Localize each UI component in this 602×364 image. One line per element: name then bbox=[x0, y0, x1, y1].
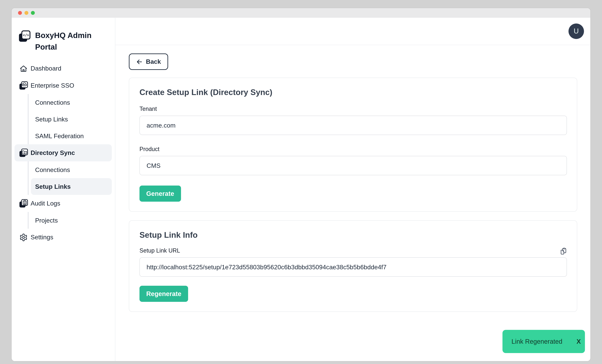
sidebar-item-label: Directory Sync bbox=[31, 149, 75, 157]
toast-close-button[interactable]: X bbox=[577, 338, 581, 345]
product-label: Product bbox=[140, 146, 567, 153]
sidebar-item-sso-setup-links[interactable]: Setup Links bbox=[29, 111, 115, 128]
app-title: BoxyHQ Admin Portal bbox=[35, 30, 97, 53]
toast-message: Link Regenerated bbox=[512, 338, 562, 345]
info-card-title: Setup Link Info bbox=[140, 230, 567, 240]
sidebar-item-label: Connections bbox=[35, 166, 70, 173]
copy-setup-link-button[interactable] bbox=[560, 248, 567, 255]
sidebar-item-label: Connections bbox=[35, 99, 70, 106]
cloud-key-keycap-icon bbox=[19, 81, 28, 90]
sidebar-item-directory-sync[interactable]: Directory Sync bbox=[14, 144, 112, 161]
product-input[interactable] bbox=[140, 156, 567, 175]
sidebar-item-label: Projects bbox=[35, 217, 58, 224]
sidebar: </> BoxyHQ Admin Portal Dashbo bbox=[11, 18, 115, 361]
toast: Link Regenerated X bbox=[503, 330, 585, 353]
sso-subnav: Connections Setup Links SAML Federation bbox=[28, 94, 115, 144]
avatar[interactable]: U bbox=[569, 23, 584, 39]
zoom-window-button[interactable] bbox=[31, 11, 35, 15]
app-window: </> BoxyHQ Admin Portal Dashbo bbox=[11, 8, 591, 361]
sidebar-item-projects[interactable]: Projects bbox=[29, 212, 115, 229]
sidebar-item-enterprise-sso[interactable]: Enterprise SSO bbox=[14, 77, 112, 94]
folder-sync-keycap-icon bbox=[19, 148, 28, 157]
sidebar-item-audit-logs[interactable]: Audit Logs bbox=[14, 195, 112, 212]
sidebar-item-label: Enterprise SSO bbox=[31, 82, 74, 89]
boxyhq-logo-icon: </> bbox=[18, 30, 31, 43]
back-button[interactable]: Back bbox=[129, 54, 168, 70]
brand: </> BoxyHQ Admin Portal bbox=[11, 30, 115, 53]
sidebar-item-label: Dashboard bbox=[31, 65, 61, 72]
home-icon bbox=[19, 64, 28, 73]
setup-link-url-label: Setup Link URL bbox=[140, 247, 180, 254]
arrow-left-icon bbox=[136, 58, 143, 65]
sidebar-item-sso-connections[interactable]: Connections bbox=[29, 94, 115, 111]
screen: </> BoxyHQ Admin Portal Dashbo bbox=[0, 0, 602, 364]
app-body: </> BoxyHQ Admin Portal Dashbo bbox=[11, 18, 591, 361]
directory-sync-subnav: Connections Setup Links bbox=[28, 161, 115, 195]
sidebar-item-dsync-setup-links[interactable]: Setup Links bbox=[31, 178, 112, 195]
main-content: U Back Create Setup Link (Directory Sync… bbox=[115, 18, 591, 361]
clipboard-keycap-icon bbox=[19, 199, 28, 208]
tenant-input[interactable] bbox=[140, 116, 567, 135]
setup-link-url-input[interactable] bbox=[140, 257, 567, 277]
sidebar-item-dashboard[interactable]: Dashboard bbox=[14, 60, 112, 77]
gear-icon bbox=[19, 233, 28, 242]
close-window-button[interactable] bbox=[18, 11, 22, 15]
audit-logs-subnav: Projects bbox=[28, 212, 115, 229]
sidebar-item-label: SAML Federation bbox=[35, 132, 84, 140]
sidebar-item-label: Setup Links bbox=[35, 183, 71, 190]
sidebar-item-label: Audit Logs bbox=[31, 200, 60, 207]
setup-link-info-card: Setup Link Info Setup Link URL bbox=[129, 220, 577, 312]
sidebar-item-label: Settings bbox=[31, 234, 53, 241]
page: Back Create Setup Link (Directory Sync) … bbox=[115, 45, 591, 312]
svg-text:</>: </> bbox=[23, 33, 29, 37]
window-titlebar bbox=[11, 8, 591, 18]
sidebar-item-dsync-connections[interactable]: Connections bbox=[29, 161, 115, 178]
sidebar-nav: Dashboard Enterprise SSO bbox=[11, 60, 115, 246]
sidebar-item-settings[interactable]: Settings bbox=[14, 229, 112, 246]
create-setup-link-card: Create Setup Link (Directory Sync) Tenan… bbox=[129, 78, 577, 212]
sidebar-item-saml-federation[interactable]: SAML Federation bbox=[29, 128, 115, 144]
regenerate-button[interactable]: Regenerate bbox=[140, 286, 188, 302]
sidebar-item-label: Setup Links bbox=[35, 116, 68, 123]
generate-button[interactable]: Generate bbox=[140, 186, 181, 202]
minimize-window-button[interactable] bbox=[24, 11, 28, 15]
top-header: U bbox=[115, 18, 591, 45]
create-card-title: Create Setup Link (Directory Sync) bbox=[140, 88, 567, 97]
back-button-label: Back bbox=[146, 58, 161, 65]
tenant-label: Tenant bbox=[140, 106, 567, 112]
copy-icon bbox=[560, 248, 567, 255]
